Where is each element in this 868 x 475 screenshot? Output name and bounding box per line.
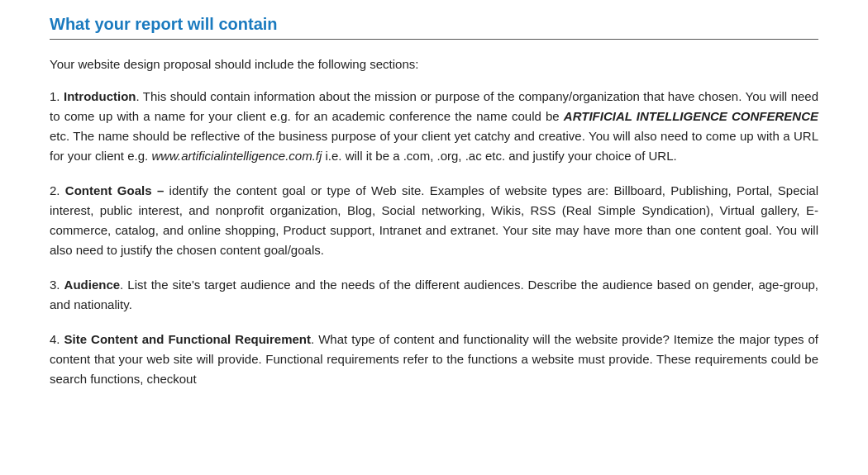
section-separator: .: [311, 332, 314, 346]
report-title: What your report will contain: [50, 15, 818, 34]
italic-url-text: www.artificialintelligence.com.fj: [151, 149, 322, 163]
intro-text: Your website design proposal should incl…: [50, 55, 818, 74]
section-title: Site Content and Functional Requirement: [64, 332, 311, 346]
page-container: What your report will contain Your websi…: [0, 0, 868, 420]
section-separator: .: [120, 278, 123, 292]
section-block: 3. Audience. List the site's target audi…: [50, 275, 818, 315]
section-separator: .: [136, 89, 139, 103]
section-block: 2. Content Goals – identify the content …: [50, 181, 818, 260]
section-block: 1. Introduction. This should contain inf…: [50, 87, 818, 166]
italic-bold-text: ARTIFICIAL INTELLIGENCE CONFERENCE: [564, 109, 818, 123]
section-number: 1.: [50, 89, 64, 103]
sections-container: 1. Introduction. This should contain inf…: [50, 87, 818, 389]
section-separator: –: [152, 183, 165, 197]
section-divider: [50, 39, 818, 40]
section-number: 3.: [50, 278, 64, 292]
section-title: Introduction: [64, 89, 136, 103]
section-title: Audience: [64, 278, 121, 292]
section-number: 2.: [50, 183, 65, 197]
section-number: 4.: [50, 332, 64, 346]
section-block: 4. Site Content and Functional Requireme…: [50, 330, 818, 389]
section-title: Content Goals: [65, 183, 152, 197]
